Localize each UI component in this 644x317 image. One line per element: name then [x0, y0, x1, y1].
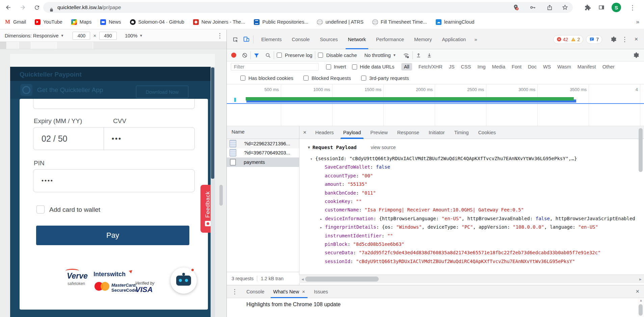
3rd-party-requests-checkbox[interactable]	[361, 76, 366, 81]
payload-line[interactable]: cookieKey: ""	[299, 197, 644, 206]
payload-line[interactable]: customerName: "Isa Frimpong| Receiver Am…	[299, 206, 644, 214]
disable-cache-checkbox[interactable]	[318, 53, 323, 58]
devtools-tab-performance[interactable]: Performance	[371, 30, 409, 49]
bookmark-item[interactable]: Maps	[71, 19, 91, 25]
whats-new-headline[interactable]: Highlights from the Chrome 108 update	[246, 301, 341, 308]
devtools-tab-application[interactable]: Application	[437, 30, 471, 49]
has-blocked-cookies-checkbox[interactable]	[240, 76, 245, 81]
import-har-icon[interactable]	[415, 52, 422, 58]
drawer-tab-what-s-new[interactable]: What's New×	[269, 285, 310, 298]
dimensions-select[interactable]: Dimensions: Responsive	[5, 33, 59, 38]
payload-line[interactable]: pinBlock: "8d5cd08b51ee6b63"	[299, 240, 644, 249]
device-toolbar-toggle-icon[interactable]	[242, 35, 250, 44]
extensions-puzzle-icon[interactable]	[583, 3, 591, 11]
page-scrollbar[interactable]	[211, 67, 215, 317]
type-filter-css[interactable]: CSS	[461, 64, 471, 69]
card-number-field-cut[interactable]	[33, 99, 195, 109]
side-panel-icon[interactable]	[597, 3, 606, 11]
bookmark-item[interactable]: YouTube	[35, 19, 62, 25]
name-column-header[interactable]: Name	[232, 129, 245, 135]
pin-input[interactable]: ••••	[33, 169, 195, 192]
bookmark-item[interactable]: News	[100, 19, 121, 25]
details-tab-timing[interactable]: Timing	[450, 126, 474, 139]
device-zoom-select[interactable]: 100%	[125, 33, 137, 38]
payload-line[interactable]: ▸fingerprintDetails: {os: "Windows", dev…	[299, 223, 644, 231]
export-har-icon[interactable]	[426, 52, 432, 58]
scroll-up-arrow-icon[interactable]: ▲	[639, 298, 643, 302]
filter-funnel-icon[interactable]	[253, 52, 260, 58]
collapse-triangle-icon[interactable]: ▼	[308, 145, 310, 150]
expiry-input[interactable]: 02 / 50	[33, 127, 104, 150]
type-filter-font[interactable]: Font	[512, 64, 521, 69]
errors-warnings-badge[interactable]: 42 2	[553, 35, 583, 44]
bookmark-item[interactable]: Public Repositories...	[254, 19, 308, 25]
devtools-tab-elements[interactable]: Elements	[256, 30, 287, 49]
payload-line[interactable]: bankCbnCode: "011"	[299, 189, 644, 197]
profile-avatar[interactable]: S	[612, 3, 621, 12]
pane-scrollbar-thumb[interactable]	[219, 185, 223, 206]
type-filter-other[interactable]: Other	[602, 64, 615, 69]
expanded-triangle-icon[interactable]: ▾	[310, 155, 315, 163]
location-blocked-icon[interactable]	[512, 3, 520, 11]
password-key-icon[interactable]	[529, 3, 537, 11]
type-filter-js[interactable]: JS	[449, 64, 455, 69]
details-vscroll-thumb[interactable]	[639, 128, 643, 172]
more-panels-chevron[interactable]: »	[471, 30, 480, 49]
record-network-log-button[interactable]	[231, 53, 236, 58]
type-filter-img[interactable]: Img	[477, 64, 485, 69]
network-filter-input[interactable]	[231, 63, 319, 70]
type-filter-all[interactable]: All	[401, 63, 412, 70]
details-tab-initiator[interactable]: Initiator	[424, 126, 450, 139]
address-bar[interactable]: quickteller.k8.isw.la/pr/pape	[43, 2, 573, 13]
page-scrollbar-thumb[interactable]	[211, 67, 214, 179]
bookmark-item[interactable]: Solomon-04 · GitHub	[130, 19, 184, 25]
payload-line[interactable]: SaveCardToWallet: false	[299, 163, 644, 171]
devtools-menu-icon[interactable]: ⋮	[620, 35, 629, 44]
scroll-right-arrow-icon[interactable]: ►	[639, 277, 642, 281]
type-filter-media[interactable]: Media	[492, 64, 506, 69]
device-width-input[interactable]	[73, 32, 90, 40]
bookmark-star-icon[interactable]	[561, 3, 569, 11]
bookmark-item[interactable]: MGmail	[5, 19, 26, 25]
close-details-icon[interactable]: ×	[299, 126, 311, 139]
bookmark-item[interactable]: ☁learningCloud	[436, 19, 474, 25]
preserve-log-checkbox[interactable]	[277, 53, 282, 58]
payload-line[interactable]: ▾{sessionId: "cBdyU9ttQ66t3yRDUxIAClVMdt…	[299, 154, 644, 163]
scroll-left-arrow-icon[interactable]: ◄	[301, 277, 304, 281]
drawer-scroll-thumb[interactable]	[639, 304, 643, 316]
payload-line[interactable]: sessionId: "cBdyU9ttQ66t3yRDUxIAClVMdtZB…	[299, 257, 644, 266]
details-horizontal-scrollbar[interactable]: ◄ ►	[299, 275, 644, 283]
payload-line[interactable]: ▸deviceInformation: {httpBrowserLanguage…	[299, 214, 644, 223]
request-row[interactable]: ?id=396770649203...	[227, 148, 299, 158]
devtools-close-icon[interactable]: ×	[632, 35, 641, 44]
device-toolbar-menu-icon[interactable]: ⋮	[217, 32, 223, 39]
type-filter-wasm[interactable]: Wasm	[557, 64, 571, 69]
payload-line[interactable]: accountType: "00"	[299, 172, 644, 180]
bookmark-item[interactable]: Fill Timesheet Time...	[372, 19, 427, 25]
request-row[interactable]: payments	[227, 157, 299, 167]
device-height-input[interactable]	[99, 32, 117, 40]
details-tab-headers[interactable]: Headers	[311, 126, 339, 139]
issues-badge[interactable]: 7	[586, 35, 602, 44]
view-source-link[interactable]: view source	[371, 145, 396, 150]
type-filter-fetchxhr[interactable]: Fetch/XHR	[419, 64, 442, 69]
bookmark-item[interactable]: New Joiners - The...	[193, 19, 245, 25]
cvv-input[interactable]: •••	[104, 127, 194, 150]
details-tab-cookies[interactable]: Cookies	[474, 126, 501, 139]
request-row[interactable]: ?id=229623271396...	[227, 139, 299, 148]
bookmark-item[interactable]: undefined | ATRS	[317, 19, 363, 25]
network-overview-timeline[interactable]: 500 ms1000 ms1500 ms2000 ms2500 ms3000 m…	[227, 84, 644, 103]
details-vertical-scrollbar[interactable]	[638, 126, 644, 275]
invert-filter-checkbox[interactable]	[326, 64, 331, 69]
pay-button[interactable]: Pay	[36, 226, 189, 245]
drawer-tab-console[interactable]: Console	[242, 285, 269, 298]
throttling-select[interactable]: No throttling	[364, 53, 391, 58]
drawer-tab-issues[interactable]: Issues	[310, 285, 332, 298]
type-filter-doc[interactable]: Doc	[528, 64, 537, 69]
details-tab-preview[interactable]: Preview	[366, 126, 393, 139]
hide-data-urls-checkbox[interactable]	[352, 64, 357, 69]
collapsed-triangle-icon[interactable]: ▸	[320, 215, 325, 223]
blocked-requests-checkbox[interactable]	[303, 76, 308, 81]
payload-line[interactable]: instrumentIdentifier: ""	[299, 232, 644, 240]
reload-icon[interactable]	[32, 3, 41, 12]
